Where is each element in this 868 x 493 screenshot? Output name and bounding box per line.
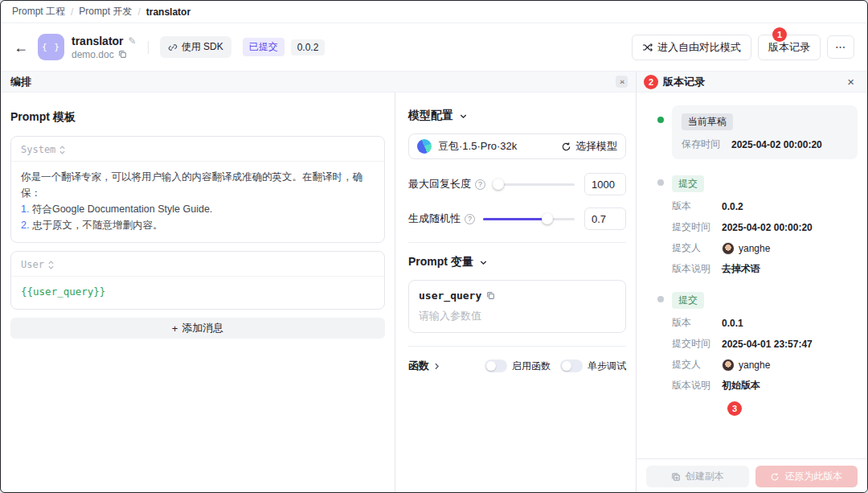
timeline-dot-current-icon	[657, 117, 664, 123]
doubao-model-logo-icon	[417, 139, 432, 154]
temperature-row: 生成随机性 ?	[408, 207, 626, 230]
breadcrumb-item-prompt-dev[interactable]: Prompt 开发	[79, 5, 132, 18]
title-block: translator ✎ demo.doc	[72, 35, 137, 60]
prompt-app-icon: { }	[38, 34, 64, 60]
system-role-select[interactable]: System	[11, 137, 384, 162]
timeline-dot-icon	[657, 296, 664, 302]
author-label: 提交人	[672, 241, 717, 255]
version-entry[interactable]: 提交 版本 0.0.1 提交时间 2025-04-01 23:57:47 提交人	[657, 292, 858, 392]
variable-name: user_query	[419, 290, 481, 302]
enter-compare-mode-button[interactable]: 进入自由对比模式	[632, 35, 751, 60]
use-sdk-button[interactable]: 使用 SDK	[160, 36, 231, 58]
breadcrumb: Prompt 工程 / Prompt 开发 / translator	[1, 1, 867, 23]
user-role-select[interactable]: User	[11, 252, 384, 277]
breadcrumb-item-prompt-engineering[interactable]: Prompt 工程	[12, 5, 65, 18]
enable-functions-toggle[interactable]	[485, 359, 507, 372]
divider	[148, 41, 149, 54]
user-message-content[interactable]: {{user_query}}	[11, 277, 384, 309]
annotation-badge-3: 3	[727, 401, 742, 416]
temperature-slider[interactable]	[483, 218, 575, 220]
chevron-down-icon	[459, 112, 468, 121]
role-select-chevrons-icon	[59, 145, 66, 155]
plus-icon: +	[172, 323, 178, 335]
version-panel-title: 版本记录	[663, 75, 705, 89]
more-actions-button[interactable]: ⋯	[827, 35, 854, 59]
switch-model-icon	[561, 142, 571, 152]
select-model-button[interactable]: 选择模型	[561, 139, 617, 154]
author-value: yanghe	[722, 359, 770, 372]
submit-time-label: 提交时间	[672, 220, 717, 234]
breadcrumb-separator: /	[137, 6, 140, 18]
help-icon[interactable]: ?	[465, 214, 475, 224]
version-history-panel: 当前草稿 保存时间 2025-04-02 00:00:20 提交 版本 0.0.…	[637, 92, 867, 493]
model-selector[interactable]: 豆包·1.5·Pro·32k 选择模型	[408, 134, 626, 159]
copy-icon[interactable]	[486, 291, 495, 300]
add-message-button[interactable]: + 添加消息	[10, 318, 385, 339]
saved-time-label: 保存时间	[682, 138, 727, 151]
submit-time-value: 2025-04-02 00:00:20	[722, 222, 813, 233]
submit-badge: 提交	[672, 175, 704, 192]
restore-version-button[interactable]: 还原为此版本	[755, 466, 858, 487]
note-label: 版本说明	[672, 262, 717, 276]
user-message-card: User {{user_query}}	[10, 251, 385, 310]
version-panel-footer: 创建副本 还原为此版本	[637, 458, 867, 493]
back-button[interactable]: ←	[14, 40, 28, 55]
note-value: 去掉术语	[722, 262, 760, 276]
divider	[408, 346, 626, 347]
max-tokens-label: 最大回复长度	[408, 177, 471, 191]
system-message-content[interactable]: 你是一个翻译专家，可以将用户输入的内容翻译成准确的英文。在翻译时，确保： 1. …	[11, 162, 384, 242]
submit-time-label: 提交时间	[672, 337, 717, 351]
copy-icon[interactable]	[118, 50, 127, 59]
version-entry-draft[interactable]: 当前草稿 保存时间 2025-04-02 00:00:20	[657, 105, 858, 159]
author-label: 提交人	[672, 358, 717, 372]
doc-name: demo.doc	[72, 49, 114, 60]
status-badge-submitted: 已提交	[243, 38, 285, 56]
annotation-badge-1: 1	[772, 27, 787, 42]
version-label: 版本	[672, 199, 717, 213]
version-number-badge: 0.0.2	[291, 39, 326, 55]
temperature-label: 生成随机性	[408, 212, 461, 226]
note-label: 版本说明	[672, 379, 717, 392]
slider-thumb[interactable]	[493, 179, 504, 190]
avatar	[722, 242, 735, 255]
current-draft-card[interactable]: 当前草稿 保存时间 2025-04-02 00:00:20	[672, 105, 858, 159]
draft-badge: 当前草稿	[682, 113, 733, 130]
orchestrate-title: 编排	[10, 75, 31, 89]
collapse-panel-icon[interactable]: ›‹	[616, 76, 628, 88]
divider	[408, 242, 626, 243]
duplicate-icon	[671, 472, 681, 482]
variable-card: user_query 请输入参数值	[408, 280, 626, 333]
temperature-input[interactable]	[584, 207, 626, 230]
model-config-section-header[interactable]: 模型配置	[408, 109, 626, 123]
main-content: Prompt 模板 System 你是一个翻译专家，可以将用户输入的内容翻译成准…	[1, 92, 867, 493]
help-icon[interactable]: ?	[475, 179, 485, 190]
slider-thumb[interactable]	[542, 213, 553, 224]
model-name: 豆包·1.5·Pro·32k	[438, 139, 517, 154]
edit-title-icon[interactable]: ✎	[129, 35, 137, 47]
submit-time-value: 2025-04-01 23:57:47	[722, 339, 813, 350]
version-value: 0.0.1	[722, 318, 743, 329]
chevron-right-icon[interactable]	[432, 362, 441, 371]
create-copy-button[interactable]: 创建副本	[646, 466, 749, 487]
max-tokens-row: 最大回复长度 ?	[408, 173, 626, 195]
version-label: 版本	[672, 316, 717, 330]
step-debug-toggle[interactable]	[560, 359, 583, 372]
functions-label: 函数	[408, 359, 429, 373]
version-history-button[interactable]: 版本记录	[758, 35, 821, 60]
timeline-dot-icon	[657, 179, 664, 186]
author-value: yanghe	[722, 242, 770, 255]
variable-value-input[interactable]: 请输入参数值	[419, 309, 616, 323]
page-header: ← { } translator ✎ demo.doc 使用 SDK 已提交 0…	[1, 23, 867, 71]
compare-icon	[642, 43, 653, 52]
prompt-template-panel: Prompt 模板 System 你是一个翻译专家，可以将用户输入的内容翻译成准…	[1, 92, 395, 493]
prompt-variables-section-header[interactable]: Prompt 变量	[408, 255, 626, 269]
version-entry[interactable]: 提交 版本 0.0.2 提交时间 2025-04-02 00:00:20 提交人	[657, 175, 858, 276]
role-select-chevrons-icon	[47, 260, 55, 270]
sub-header: 编排 ›‹ 2 版本记录 ×	[1, 71, 867, 92]
max-tokens-input[interactable]	[584, 173, 626, 195]
saved-time-value: 2025-04-02 00:00:20	[731, 139, 822, 150]
max-tokens-slider[interactable]	[493, 183, 575, 186]
enable-functions-label: 启用函数	[512, 359, 551, 373]
version-list: 当前草稿 保存时间 2025-04-02 00:00:20 提交 版本 0.0.…	[637, 92, 867, 458]
close-icon[interactable]: ×	[847, 75, 854, 88]
